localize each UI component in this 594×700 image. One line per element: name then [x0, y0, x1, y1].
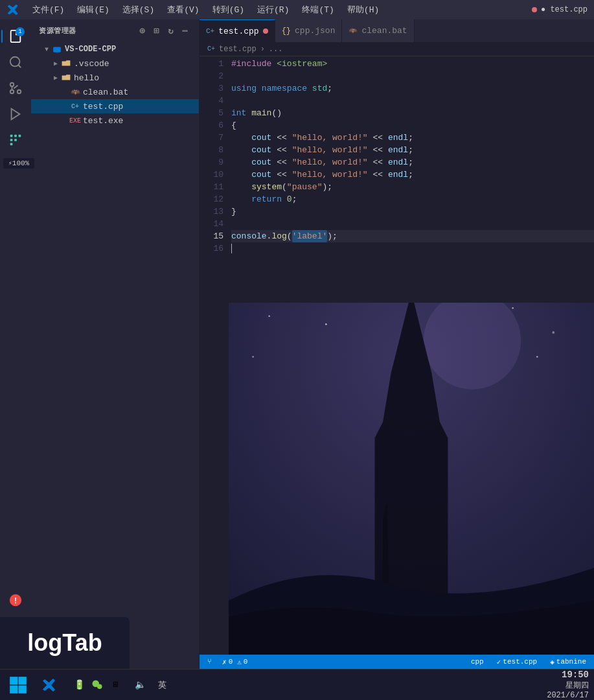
logtab-label: logTab	[27, 629, 102, 657]
battery-icon[interactable]: 🔋	[71, 677, 87, 693]
source-control-icon[interactable]	[4, 76, 27, 100]
vscode-logo	[6, 3, 19, 16]
code-line-16	[231, 242, 594, 255]
title-tab-label: ● test.cpp	[541, 5, 588, 14]
new-folder-button[interactable]: ⊞	[151, 25, 163, 37]
tabnine-icon: ◈	[550, 658, 554, 666]
code-line-12: return 0;	[231, 193, 594, 205]
tree-item-testexe[interactable]: ▶ EXE test.exe	[31, 113, 199, 128]
status-bar: ⑂ ✗ 0 ⚠ 0 cpp ✓ test.cpp ◈	[200, 655, 594, 669]
tree-icon[interactable]	[4, 128, 27, 152]
tree-item-testcpp[interactable]: ▶ C+ test.cpp	[31, 99, 199, 113]
breadcrumb-file[interactable]: test.cpp	[219, 45, 257, 54]
bg-wallpaper	[229, 303, 594, 655]
date-display: 2021/6/17	[547, 691, 589, 700]
error-count: 0	[229, 658, 233, 666]
new-file-button[interactable]: ⊕	[137, 25, 148, 37]
sidebar: 资源管理器 ⊕ ⊞ ↻ ⋯ ▼ VS-CODE-CPP ▶ .vscode	[31, 19, 200, 669]
tree-item-hello-label: hello	[74, 73, 99, 83]
volume-icon[interactable]: 🔈	[131, 676, 149, 694]
taskbar-clock[interactable]: 19:50 星期四 2021/6/17	[547, 670, 589, 700]
tab-cppjson-label: cpp.json	[295, 26, 335, 36]
svg-rect-11	[14, 139, 17, 141]
collapse-button[interactable]: ⋯	[179, 25, 191, 37]
svg-rect-27	[10, 677, 17, 684]
line-numbers: 1 2 3 4 5 6 7 8 9 10 11 12 13 14 15 16	[200, 56, 229, 655]
check-status[interactable]: ✓ test.cpp	[494, 658, 540, 666]
lang-icon[interactable]: 英	[153, 676, 171, 694]
svg-line-1	[18, 65, 21, 67]
code-line-11: system("pause");	[231, 181, 594, 193]
tab-testcpp-label: test.cpp	[218, 27, 258, 36]
search-icon[interactable]	[4, 51, 27, 74]
svg-point-4	[10, 90, 14, 94]
svg-point-25	[252, 356, 254, 358]
code-content[interactable]: #include <iostream> using namespace std;…	[229, 56, 594, 655]
svg-point-19	[424, 303, 521, 390]
svg-point-20	[268, 316, 270, 318]
tree-root-label: VS-CODE-CPP	[65, 45, 116, 54]
check-file: test.cpp	[503, 658, 537, 666]
code-line-1: #include <iostream>	[231, 58, 594, 70]
tab-testcpp[interactable]: C+ test.cpp	[200, 19, 275, 42]
menu-file[interactable]: 文件(F)	[27, 3, 69, 17]
monitor-icon[interactable]: 🖥	[108, 677, 123, 693]
modified-dot	[532, 7, 537, 12]
tab-cleanbat-label: clean.bat	[361, 26, 407, 36]
code-line-14	[231, 218, 594, 230]
svg-rect-10	[10, 139, 13, 141]
taskbar-right-icons: 🔈 英	[131, 676, 171, 694]
menu-terminal[interactable]: 终端(T)	[297, 3, 339, 17]
editor-area: C+ test.cpp {} cpp.json 🦇 clean.bat C+ t…	[200, 19, 594, 669]
error-icon[interactable]: !	[4, 589, 27, 612]
menu-run[interactable]: 运行(R)	[252, 3, 294, 17]
error-icon: ✗	[222, 658, 227, 666]
tree-item-vscode[interactable]: ▶ .vscode	[31, 56, 199, 71]
tree-item-vscode-label: .vscode	[74, 59, 109, 69]
taskbar-sys-icons: 🔋 🖥 🔈 英	[36, 672, 171, 698]
cpp-file-icon: C+	[70, 101, 80, 111]
tab-cleanbat[interactable]: 🦇 clean.bat	[342, 19, 414, 42]
tree-root[interactable]: ▼ VS-CODE-CPP	[31, 42, 199, 56]
git-branch-status[interactable]: ⑂	[205, 658, 214, 666]
menu-bar: 文件(F) 编辑(E) 选择(S) 查看(V) 转到(G) 运行(R) 终端(T…	[27, 3, 384, 17]
run-icon[interactable]	[4, 102, 27, 126]
check-icon: ✓	[497, 658, 501, 666]
code-editor[interactable]: 1 2 3 4 5 6 7 8 9 10 11 12 13 14 15 16 #…	[200, 56, 594, 655]
menu-select[interactable]: 选择(S)	[117, 3, 159, 17]
tree-item-cleanbat[interactable]: ▶ 🦇 clean.bat	[31, 85, 199, 99]
tree-item-cleanbat-label: clean.bat	[83, 88, 128, 97]
windows-start-button[interactable]	[5, 672, 31, 698]
language-status[interactable]: cpp	[468, 658, 486, 666]
refresh-button[interactable]: ↻	[165, 25, 177, 37]
svg-point-24	[552, 331, 554, 334]
warning-count: 0	[244, 658, 248, 666]
svg-rect-7	[10, 135, 13, 137]
wechat-icon[interactable]	[89, 677, 105, 693]
taskbar: 🔋 🖥 🔈 英 19:50 星期四 2021/6/17	[0, 669, 594, 700]
tab-cppjson[interactable]: {} cpp.json	[275, 19, 343, 42]
bat-file-icon: 🦇	[70, 87, 80, 97]
tree-item-hello[interactable]: ▶ hello	[31, 71, 199, 85]
taskbar-vscode[interactable]	[36, 672, 62, 698]
code-line-4	[231, 95, 594, 107]
folder-icon	[52, 44, 62, 54]
menu-view[interactable]: 查看(V)	[162, 3, 204, 17]
tabnine-status[interactable]: ◈ tabnine	[547, 658, 589, 666]
menu-goto[interactable]: 转到(G)	[207, 3, 249, 17]
menu-edit[interactable]: 编辑(E)	[72, 3, 114, 17]
code-line-8: cout << "hello, world!" << endl;	[231, 144, 594, 156]
svg-rect-12	[10, 143, 13, 146]
svg-rect-9	[19, 135, 21, 137]
files-badge: 1	[16, 27, 25, 36]
time-display: 19:50	[562, 670, 589, 680]
sidebar-actions: ⊕ ⊞ ↻ ⋯	[137, 25, 191, 37]
error-status[interactable]: ✗ 0 ⚠ 0	[220, 658, 250, 666]
menu-help[interactable]: 帮助(H)	[342, 3, 384, 17]
tab-bat-icon: 🦇	[348, 27, 358, 35]
files-icon[interactable]: 1	[4, 25, 27, 48]
taskbar-left: 🔋 🖥 🔈 英	[5, 672, 171, 698]
language-label: cpp	[471, 658, 484, 666]
svg-rect-18	[229, 303, 594, 655]
exe-file-icon: EXE	[70, 115, 80, 126]
